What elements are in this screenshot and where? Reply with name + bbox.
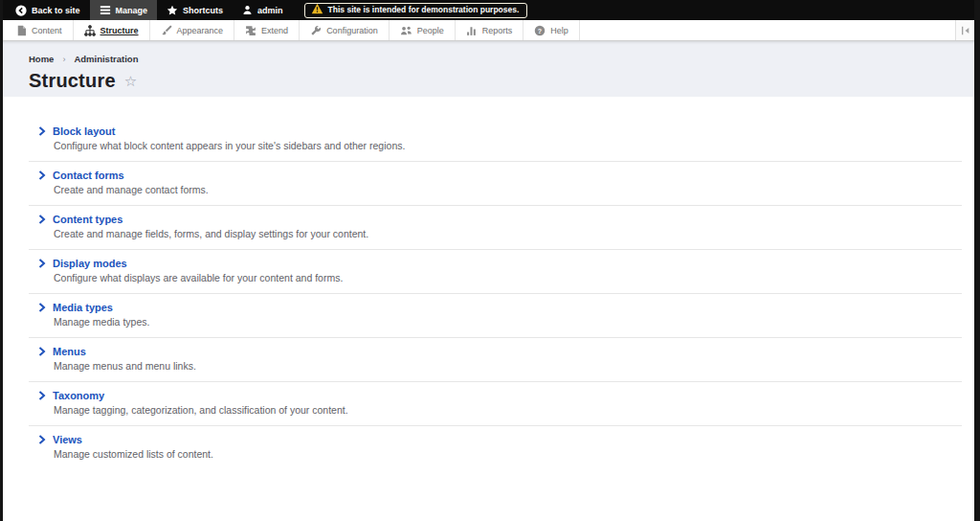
reports-label: Reports [482, 26, 513, 35]
section-row-menus: Menus Manage menus and menu links. [29, 338, 962, 382]
shortcuts-tab[interactable]: Shortcuts [157, 0, 233, 20]
back-to-site-label: Back to site [32, 6, 80, 15]
admin-menu-item-people[interactable]: People [390, 20, 456, 40]
appearance-label: Appearance [177, 26, 224, 35]
people-icon [400, 25, 412, 36]
bar-chart-icon [466, 25, 478, 36]
user-icon [242, 5, 253, 15]
views-description: Manage customized lists of content. [54, 449, 962, 460]
hamburger-icon [100, 5, 111, 15]
admin-user-label: admin [257, 6, 283, 15]
sitemap-icon [84, 25, 96, 36]
chevron-right-icon [38, 214, 46, 225]
shortcuts-label: Shortcuts [183, 6, 223, 15]
structure-section-list: Block layout Configure what block conten… [0, 97, 980, 469]
content-label: Content [32, 26, 62, 35]
manage-label: Manage [116, 6, 148, 15]
views-link[interactable]: Views [53, 434, 82, 445]
back-arrow-icon [15, 5, 27, 16]
favorite-star-icon[interactable]: ☆ [124, 74, 137, 88]
document-icon [16, 25, 27, 36]
chevron-right-icon [38, 258, 46, 269]
taxonomy-description: Manage tagging, categorization, and clas… [54, 405, 962, 416]
structure-label: Structure [100, 26, 139, 35]
chevron-right-icon [38, 125, 46, 137]
star-icon [167, 5, 178, 16]
people-label: People [417, 26, 444, 35]
configuration-label: Configuration [326, 26, 378, 35]
wrench-icon [310, 25, 322, 36]
help-icon: ? [534, 25, 546, 36]
section-row-block-layout: Block layout Configure what block conten… [29, 118, 962, 162]
breadcrumb-separator: › [62, 55, 65, 64]
collapse-left-icon [961, 22, 970, 39]
chevron-right-icon [38, 170, 46, 181]
section-row-contact-forms: Contact forms Create and manage contact … [29, 162, 962, 206]
extend-label: Extend [261, 26, 288, 35]
manage-tab[interactable]: Manage [90, 0, 158, 20]
block-layout-link[interactable]: Block layout [53, 125, 115, 137]
paintbrush-icon [161, 25, 172, 36]
admin-menu-item-extend[interactable]: Extend [234, 20, 300, 40]
menus-link[interactable]: Menus [53, 346, 86, 357]
admin-menu-item-configuration[interactable]: Configuration [300, 20, 390, 40]
contact-forms-link[interactable]: Contact forms [53, 170, 124, 181]
chevron-right-icon [38, 434, 46, 445]
chevron-right-icon [38, 390, 46, 401]
window-right-edge [974, 0, 980, 521]
media-types-description: Manage media types. [54, 317, 962, 328]
window-left-edge [0, 0, 3, 521]
block-layout-description: Configure what block content appears in … [54, 141, 962, 151]
section-row-views: Views Manage customized lists of content… [29, 426, 962, 469]
warning-triangle-icon [311, 3, 323, 16]
drupal-admin-screen: Back to site Manage Shortcuts admin This… [0, 0, 980, 521]
help-label: Help [550, 26, 568, 35]
svg-text:?: ? [538, 27, 542, 34]
breadcrumb: Home › Administration [29, 54, 980, 64]
contact-forms-description: Create and manage contact forms. [54, 185, 962, 195]
title-row: Structure ☆ [29, 70, 980, 92]
admin-menu-item-help[interactable]: ? Help [523, 20, 580, 40]
content-types-description: Create and manage fields, forms, and dis… [54, 229, 962, 239]
chevron-right-icon [38, 346, 46, 357]
section-row-content-types: Content types Create and manage fields, … [29, 206, 962, 250]
admin-user-menu[interactable]: admin [233, 0, 293, 20]
admin-menu-item-content[interactable]: Content [6, 20, 74, 40]
admin-menu-item-reports[interactable]: Reports [456, 20, 524, 40]
admin-menu-spacer [580, 20, 955, 40]
demo-warning-badge: This site is intended for demonstration … [304, 3, 528, 18]
breadcrumb-home-link[interactable]: Home [29, 54, 54, 64]
top-toolbar: Back to site Manage Shortcuts admin This… [0, 0, 980, 20]
taxonomy-link[interactable]: Taxonomy [53, 390, 104, 401]
admin-menu-item-structure[interactable]: Structure [74, 20, 150, 40]
chevron-right-icon [38, 302, 46, 313]
section-row-display-modes: Display modes Configure what displays ar… [29, 250, 962, 294]
back-to-site-button[interactable]: Back to site [6, 0, 90, 20]
content-types-link[interactable]: Content types [53, 214, 122, 225]
admin-menu-item-appearance[interactable]: Appearance [150, 20, 235, 40]
admin-menu-bar: Content Structure Appearance Extend Conf… [0, 20, 980, 41]
menus-description: Manage menus and menu links. [54, 361, 962, 372]
display-modes-description: Configure what displays are available fo… [54, 273, 962, 283]
media-types-link[interactable]: Media types [53, 302, 113, 313]
section-row-taxonomy: Taxonomy Manage tagging, categorization,… [29, 382, 962, 426]
puzzle-icon [245, 25, 256, 36]
breadcrumb-administration-link[interactable]: Administration [74, 54, 138, 64]
page-header: Home › Administration Structure ☆ [0, 41, 980, 97]
section-row-media-types: Media types Manage media types. [29, 294, 962, 338]
display-modes-link[interactable]: Display modes [53, 258, 127, 269]
page-title: Structure [29, 70, 116, 92]
toolbar-orientation-toggle[interactable] [955, 20, 974, 40]
demo-warning-text: This site is intended for demonstration … [328, 5, 520, 14]
